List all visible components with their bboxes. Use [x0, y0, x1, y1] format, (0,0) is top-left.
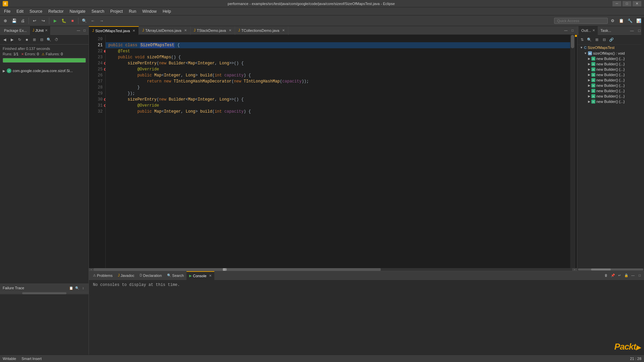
hscroll-left-btn[interactable]: ‹: [89, 268, 94, 271]
outline-class-item[interactable]: ▼ C SizeOfMapsTest: [577, 45, 644, 51]
failure-trace-expand-btn[interactable]: ↕: [80, 285, 86, 291]
editor-scrollbar[interactable]: [570, 35, 575, 268]
run-button[interactable]: ▶: [51, 17, 59, 25]
tab-task[interactable]: Task...: [598, 26, 614, 35]
outline-builder-4[interactable]: ▶ n new Builder() {...}: [577, 72, 644, 77]
junit-collapse[interactable]: ⊟: [38, 36, 45, 43]
console-pin-btn[interactable]: 📌: [610, 273, 616, 279]
redo-button[interactable]: ↪: [39, 17, 47, 25]
outline-scrollbar[interactable]: [641, 26, 644, 84]
toolbar-extra3[interactable]: 🔧: [626, 17, 634, 25]
menu-edit[interactable]: Edit: [14, 8, 26, 14]
back-btn[interactable]: ←: [89, 17, 97, 25]
junit-filter[interactable]: 🔍: [46, 36, 52, 43]
minimize-panel-icon[interactable]: —: [76, 28, 81, 33]
tab-javadoc[interactable]: J Javadoc: [115, 271, 137, 280]
toolbar-extra1[interactable]: ⚙: [608, 17, 616, 25]
outline-expand-btn[interactable]: ⊞: [593, 36, 600, 43]
outline-tree[interactable]: ▼ C SizeOfMapsTest ▼ m sizeOfMaps() : vo…: [577, 45, 644, 268]
junit-nav-prev[interactable]: ◀: [1, 36, 8, 43]
quick-access-input[interactable]: [554, 18, 608, 24]
outline-builder-7[interactable]: ▶ n new Builder() {...}: [577, 88, 644, 94]
editor-tab-minimize[interactable]: —: [563, 27, 569, 34]
outline-builder-2[interactable]: ▶ n new Builder() {...}: [577, 61, 644, 67]
junit-pass-icon: ✓: [7, 68, 11, 73]
menu-source[interactable]: Source: [27, 8, 45, 14]
outline-sort-btn[interactable]: ⇅: [579, 36, 585, 43]
junit-history[interactable]: ⏱: [53, 36, 60, 43]
maximize-panel-icon[interactable]: □: [82, 28, 87, 33]
tab-tstackdemo[interactable]: J TStackDemo.java ✕: [191, 26, 235, 35]
maximize-button[interactable]: □: [623, 1, 631, 6]
outline-builder-6[interactable]: ▶ n new Builder() {...}: [577, 83, 644, 88]
menu-window[interactable]: Window: [140, 8, 159, 14]
bottom-minimize-btn[interactable]: —: [630, 273, 636, 279]
forward-btn[interactable]: →: [98, 17, 106, 25]
tab-junit[interactable]: J JUnit ✕: [30, 26, 51, 35]
tab-label-4: TCollectionsDemo.java: [241, 28, 279, 33]
failure-trace-copy-btn[interactable]: 📋: [68, 285, 74, 291]
tab-close-1[interactable]: ✕: [132, 29, 135, 33]
outline-builder-3[interactable]: ▶ n new Builder() {...}: [577, 67, 644, 72]
code-editor[interactable]: public class SizeOfMapsTest { @Test publ…: [106, 35, 570, 268]
menu-run[interactable]: Run: [126, 8, 139, 14]
tab-close-2[interactable]: ✕: [184, 28, 187, 32]
bottom-maximize-btn[interactable]: □: [637, 273, 643, 279]
code-hscrollbar[interactable]: ‹ ⣿ ›: [89, 268, 577, 271]
hscroll-track[interactable]: ⣿: [94, 268, 572, 271]
outline-builder-5[interactable]: ▶ n new Builder() {...}: [577, 77, 644, 83]
junit-tab-close[interactable]: ✕: [45, 28, 48, 32]
outline-tab-close[interactable]: ✕: [592, 28, 595, 32]
outline-hscroll[interactable]: [577, 268, 644, 271]
menu-project[interactable]: Project: [108, 8, 125, 14]
outline-link-btn[interactable]: 🔗: [608, 36, 615, 43]
close-button[interactable]: ✕: [633, 1, 641, 6]
tab-tcollectionsdemo[interactable]: J TCollectionsDemo.java ✕: [235, 26, 288, 35]
menu-file[interactable]: File: [1, 8, 13, 14]
junit-nav-next[interactable]: ▶: [9, 36, 15, 43]
failure-trace-scrollbar[interactable]: [0, 292, 89, 294]
search-btn[interactable]: 🔍: [80, 17, 88, 25]
menu-refactor[interactable]: Refactor: [46, 8, 66, 14]
console-tab-close[interactable]: ✕: [209, 274, 212, 278]
tab-close-3[interactable]: ✕: [229, 28, 231, 32]
outline-filter-btn[interactable]: 🔍: [586, 36, 593, 43]
minimize-button[interactable]: ─: [612, 1, 621, 6]
outline-method-item[interactable]: ▼ m sizeOfMaps() : void: [577, 51, 644, 56]
console-clear-btn[interactable]: 🗑: [603, 273, 609, 279]
new-button[interactable]: ⊕: [1, 17, 9, 25]
junit-tree-item[interactable]: ▶ ✓ com.google.code.java.core.sizof.Si..…: [0, 67, 89, 74]
console-wrap-btn[interactable]: ↵: [616, 273, 623, 279]
console-scroll-lock-btn[interactable]: 🔒: [623, 273, 629, 279]
debug-button[interactable]: 🐛: [60, 17, 68, 25]
stop-button[interactable]: ■: [68, 17, 76, 25]
menu-navigate[interactable]: Navigate: [67, 8, 88, 14]
outline-builder-1[interactable]: ▶ n new Builder() {...}: [577, 56, 644, 61]
outline-builder-8[interactable]: ▶ n new Builder() {...}: [577, 94, 644, 99]
tab-declaration[interactable]: D Declaration: [137, 271, 164, 280]
outline-builder-9[interactable]: ▶ n new Builder() {...}: [577, 99, 644, 104]
tab-close-4[interactable]: ✕: [282, 28, 285, 32]
print-button[interactable]: 🖨: [19, 17, 27, 25]
hscroll-right-btn[interactable]: ›: [572, 268, 577, 271]
tab-outline[interactable]: Outl... ✕: [579, 26, 598, 35]
outline-minimize-btn[interactable]: —: [629, 27, 635, 34]
save-button[interactable]: 💾: [10, 17, 18, 25]
toolbar-extra2[interactable]: 📋: [617, 17, 625, 25]
tab-tarraylistdemos[interactable]: J TArrayListDemos.java ✕: [139, 26, 190, 35]
junit-rerun[interactable]: ↻: [16, 36, 23, 43]
menu-search[interactable]: Search: [89, 8, 107, 14]
tab-problems[interactable]: ⚠ Problems: [90, 271, 115, 280]
tab-sizeofmapstest[interactable]: J SizeOfMapsTest.java ✕: [89, 26, 139, 35]
outline-collapse-btn[interactable]: ⊟: [601, 36, 607, 43]
tab-console[interactable]: ▶ Console ✕: [186, 271, 214, 280]
junit-expand[interactable]: ⊞: [31, 36, 38, 43]
undo-button[interactable]: ↩: [31, 17, 39, 25]
tab-search[interactable]: 🔍 Search: [164, 271, 186, 280]
failure-trace-filter-btn[interactable]: 🔍: [74, 285, 80, 291]
tab-package-explorer[interactable]: Package Ex...: [1, 26, 30, 35]
editor-tab-maximize[interactable]: □: [570, 27, 576, 34]
junit-tree[interactable]: ▶ ✓ com.google.code.java.core.sizof.Si..…: [0, 67, 89, 284]
junit-stop[interactable]: ■: [23, 36, 30, 43]
menu-help[interactable]: Help: [160, 8, 174, 14]
